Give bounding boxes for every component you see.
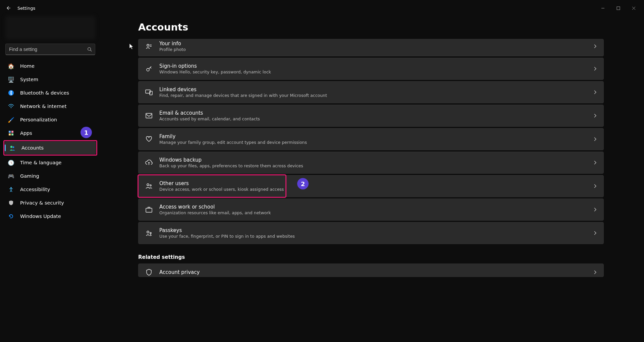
settings-item-subtitle: Use your face, fingerprint, or PIN to si… <box>159 234 587 239</box>
settings-item-linked-devices[interactable]: Linked devices Find, repair, and manage … <box>138 81 604 103</box>
settings-item-family[interactable]: Family Manage your family group, edit ac… <box>138 128 604 150</box>
sidebar-item-personalization[interactable]: 🖌️ Personalization <box>3 113 97 126</box>
sidebar-item-label: Gaming <box>20 173 39 179</box>
svg-point-7 <box>11 107 12 108</box>
gamepad-icon: 🎮 <box>7 173 15 179</box>
nav-list: 🏠 Home 🖥️ System Bluetooth & devices Net… <box>3 60 97 223</box>
settings-item-passkeys[interactable]: Passkeys Use your face, fingerprint, or … <box>138 222 604 244</box>
page-title: Accounts <box>138 21 604 33</box>
apps-icon <box>7 130 15 136</box>
maximize-button[interactable] <box>610 3 626 13</box>
briefcase-icon <box>145 207 153 213</box>
sidebar-item-label: Windows Update <box>20 214 61 219</box>
shield-icon <box>7 200 15 206</box>
key-icon <box>145 65 153 72</box>
settings-item-title: Access work or school <box>159 204 587 210</box>
sidebar-item-home[interactable]: 🏠 Home <box>3 60 97 72</box>
search-box <box>5 44 95 55</box>
minimize-button[interactable] <box>595 3 610 13</box>
sidebar-item-accounts[interactable]: Accounts <box>5 141 96 154</box>
chevron-right-icon <box>593 160 597 165</box>
sidebar-item-system[interactable]: 🖥️ System <box>3 73 97 86</box>
svg-point-23 <box>150 185 151 186</box>
settings-item-subtitle: Profile photo <box>159 47 587 52</box>
close-icon <box>632 6 636 10</box>
settings-item-subtitle: Organization resources like email, apps,… <box>159 210 587 215</box>
chevron-right-icon <box>593 270 597 275</box>
sidebar-item-gaming[interactable]: 🎮 Gaming <box>3 170 97 182</box>
devices-icon <box>145 89 153 96</box>
settings-item-title: Account privacy <box>159 269 587 275</box>
heart-people-icon <box>145 136 153 142</box>
maximize-icon <box>616 6 620 10</box>
back-button[interactable] <box>3 3 13 13</box>
close-button[interactable] <box>626 3 641 13</box>
settings-item-title: Other users <box>159 180 587 186</box>
annotation-callout-1: 1 <box>80 127 92 138</box>
chevron-right-icon <box>593 184 597 188</box>
settings-item-access-work-school[interactable]: Access work or school Organization resou… <box>138 198 604 221</box>
sidebar-item-label: Accounts <box>21 145 44 151</box>
settings-item-title: Email & accounts <box>159 110 587 116</box>
sidebar-item-time-language[interactable]: 🕓 Time & language <box>3 156 97 169</box>
settings-item-other-users[interactable]: Other users Device access, work or schoo… <box>138 175 604 197</box>
svg-rect-11 <box>11 133 13 135</box>
settings-item-email-accounts[interactable]: Email & accounts Accounts used by email,… <box>138 105 604 127</box>
settings-item-title: Sign-in options <box>159 63 587 69</box>
clock-icon: 🕓 <box>7 160 15 166</box>
search-icon <box>87 47 92 52</box>
sidebar-item-windows-update[interactable]: Windows Update <box>3 210 97 223</box>
cloud-sync-icon <box>145 160 153 166</box>
sidebar-item-bluetooth[interactable]: Bluetooth & devices <box>3 87 97 99</box>
bluetooth-icon <box>7 90 15 96</box>
sidebar-item-network[interactable]: Network & internet <box>3 100 97 113</box>
settings-item-title: Passkeys <box>159 227 587 233</box>
related-settings-list: Account privacy <box>138 264 604 277</box>
svg-rect-9 <box>11 131 13 133</box>
accessibility-icon <box>7 187 15 192</box>
svg-point-14 <box>10 187 12 188</box>
annotation-callout-2: 2 <box>297 178 309 189</box>
sidebar-item-label: Apps <box>20 130 32 136</box>
sidebar-item-label: Home <box>20 63 35 69</box>
main-content: Accounts Your info Profile photo Sign-in… <box>101 16 644 342</box>
chevron-right-icon <box>593 137 597 141</box>
svg-rect-21 <box>146 113 152 118</box>
sidebar-item-label: System <box>20 77 38 82</box>
settings-item-subtitle: Find, repair, and manage devices that ar… <box>159 93 587 98</box>
svg-point-18 <box>147 68 149 71</box>
settings-item-account-privacy[interactable]: Account privacy <box>138 264 604 277</box>
update-icon <box>7 214 15 219</box>
other-users-icon <box>145 183 153 189</box>
sidebar-item-label: Bluetooth & devices <box>20 90 69 96</box>
settings-item-title: Family <box>159 133 587 139</box>
settings-item-sign-in-options[interactable]: Sign-in options Windows Hello, security … <box>138 58 604 80</box>
shield-icon <box>145 269 153 276</box>
person-card-icon <box>145 43 153 50</box>
system-icon: 🖥️ <box>7 76 15 83</box>
sidebar-item-accessibility[interactable]: Accessibility <box>3 183 97 196</box>
profile-card[interactable] <box>5 16 95 40</box>
window-title: Settings <box>17 6 35 11</box>
passkey-icon <box>145 230 153 236</box>
window-controls <box>595 3 641 13</box>
settings-item-your-info[interactable]: Your info Profile photo <box>138 39 604 56</box>
settings-item-windows-backup[interactable]: Windows backup Back up your files, apps,… <box>138 152 604 174</box>
sidebar-item-label: Network & internet <box>20 104 66 109</box>
settings-item-subtitle: Back up your files, apps, preferences to… <box>159 163 587 168</box>
sidebar-item-privacy[interactable]: Privacy & security <box>3 196 97 209</box>
search-input[interactable] <box>5 44 95 55</box>
settings-item-title: Linked devices <box>159 87 587 93</box>
sidebar-item-label: Personalization <box>20 117 57 122</box>
chevron-right-icon <box>593 44 597 49</box>
chevron-right-icon <box>593 231 597 235</box>
settings-item-title: Your info <box>159 41 587 47</box>
paintbrush-icon: 🖌️ <box>7 117 15 123</box>
settings-item-subtitle: Windows Hello, security key, password, d… <box>159 69 587 74</box>
svg-point-13 <box>13 147 14 148</box>
related-settings-heading: Related settings <box>138 254 604 260</box>
sidebar-item-label: Privacy & security <box>20 200 64 206</box>
sidebar-item-label: Time & language <box>20 160 62 165</box>
svg-rect-24 <box>146 208 152 212</box>
svg-point-22 <box>147 184 149 186</box>
